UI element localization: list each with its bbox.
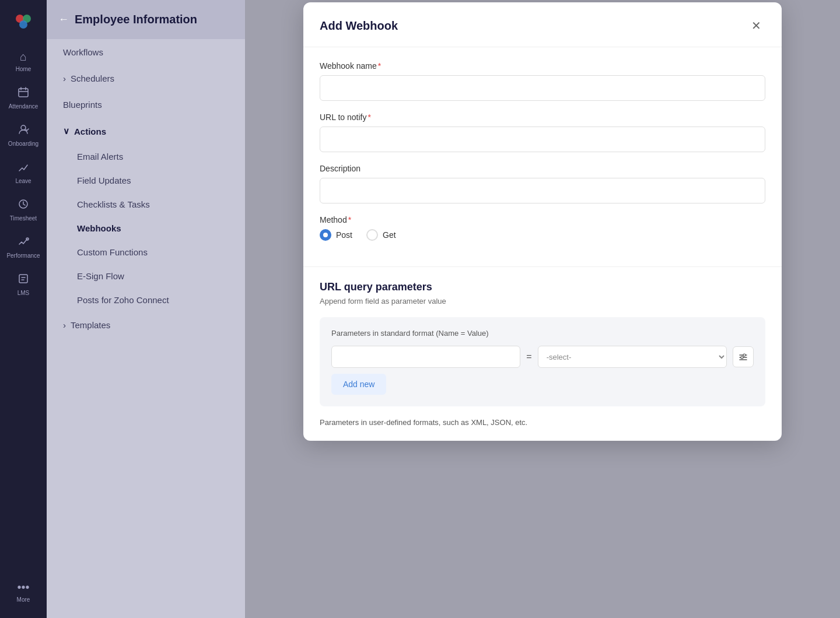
nav-group-actions[interactable]: ∨ Actions <box>56 118 236 145</box>
sidebar-item-home[interactable]: ⌂ Home <box>2 44 44 78</box>
modal-close-button[interactable]: ✕ <box>747 16 765 35</box>
param-select[interactable]: -select- <box>538 346 727 368</box>
sidebar-item-home-label: Home <box>16 66 32 72</box>
description-input[interactable] <box>320 178 765 203</box>
nav-section: Workflows › Schedulers Blueprints ∨ Acti… <box>47 39 245 338</box>
description-label: Description <box>320 164 765 173</box>
sidebar-item-more[interactable]: ••• More <box>2 575 44 609</box>
more-icon: ••• <box>17 581 29 594</box>
nav-sub-link-posts-zoho[interactable]: Posts for Zoho Connect <box>70 288 236 312</box>
back-button[interactable]: ← <box>58 13 69 26</box>
svg-rect-3 <box>19 89 28 97</box>
modal-overlay: Add Webhook ✕ Webhook name* URL to notif… <box>245 0 840 618</box>
nav-group-templates-label: Templates <box>71 320 110 330</box>
svg-point-2 <box>19 20 27 29</box>
required-star-url: * <box>368 113 370 122</box>
radio-get[interactable]: Get <box>366 229 396 241</box>
nav-group-schedulers[interactable]: › Schedulers <box>56 65 236 92</box>
sidebar-item-attendance-label: Attendance <box>9 103 38 110</box>
sidebar-item-onboarding[interactable]: Onboarding <box>2 118 44 153</box>
url-params-section: URL query parameters Append form field a… <box>303 267 782 441</box>
param-settings-button[interactable] <box>733 346 754 367</box>
performance-icon <box>18 236 29 250</box>
url-notify-field: URL to notify* <box>320 113 765 152</box>
sidebar-item-performance[interactable]: Performance <box>2 230 44 265</box>
param-name-input[interactable] <box>331 346 520 368</box>
add-webhook-modal: Add Webhook ✕ Webhook name* URL to notif… <box>303 2 782 441</box>
chevron-down-icon: ∨ <box>63 126 69 136</box>
nav-sub-link-e-sign-flow[interactable]: E-Sign Flow <box>70 264 236 288</box>
required-star-name: * <box>378 61 381 71</box>
form-section-basic: Webhook name* URL to notify* Description <box>303 47 782 267</box>
timesheet-icon <box>18 198 29 213</box>
nav-sub-link-custom-functions[interactable]: Custom Functions <box>70 240 236 264</box>
lms-icon <box>18 273 29 287</box>
nav-sub-items-actions: Email Alerts Field Updates Checklists & … <box>56 145 236 312</box>
home-icon: ⌂ <box>20 50 27 64</box>
method-label: Method* <box>320 215 765 224</box>
nav-sub-link-field-updates[interactable]: Field Updates <box>70 168 236 192</box>
description-field: Description <box>320 164 765 203</box>
params-box: Parameters in standard format (Name = Va… <box>320 317 765 406</box>
nav-group-actions-label: Actions <box>74 127 106 136</box>
radio-post-label: Post <box>336 230 352 240</box>
sidebar-item-timesheet[interactable]: Timesheet <box>2 192 44 227</box>
modal-title: Add Webhook <box>320 19 398 33</box>
nav-group-schedulers-label: Schedulers <box>71 73 114 83</box>
svg-point-17 <box>741 356 743 359</box>
onboarding-icon <box>18 124 29 138</box>
leave-icon <box>18 161 29 175</box>
logo <box>10 9 36 35</box>
svg-point-7 <box>21 125 26 130</box>
sidebar-item-more-label: More <box>17 596 30 603</box>
svg-rect-10 <box>19 275 27 283</box>
attendance-icon <box>18 86 29 101</box>
sidebar-item-lms[interactable]: LMS <box>2 267 44 302</box>
radio-get-label: Get <box>383 230 396 240</box>
webhook-name-field: Webhook name* <box>320 61 765 101</box>
nav-group-templates[interactable]: › Templates <box>56 312 236 338</box>
nav-sub-link-checklists-tasks[interactable]: Checklists & Tasks <box>70 192 236 216</box>
param-row: = -select- <box>331 346 754 368</box>
sidebar-item-leave-label: Leave <box>15 178 31 184</box>
chevron-right-icon-templates: › <box>63 320 66 330</box>
sidebar-item-lms-label: LMS <box>18 290 30 296</box>
add-new-button[interactable]: Add new <box>331 374 386 395</box>
url-params-title: URL query parameters <box>320 281 765 293</box>
radio-post[interactable]: Post <box>320 229 352 241</box>
sidebar-item-timesheet-label: Timesheet <box>10 215 37 222</box>
webhook-name-label: Webhook name* <box>320 61 765 71</box>
nav-link-blueprints[interactable]: Blueprints <box>56 92 236 118</box>
params-box-title: Parameters in standard format (Name = Va… <box>331 329 754 338</box>
sidebar-item-leave[interactable]: Leave <box>2 155 44 190</box>
sidebar-item-performance-label: Performance <box>6 252 40 259</box>
params-footer-text: Parameters in user-defined formats, such… <box>320 418 765 427</box>
nav-sidebar-title: Employee Information <box>75 13 197 26</box>
chevron-right-icon: › <box>63 73 66 83</box>
method-field: Method* Post Get <box>320 215 765 241</box>
modal-header: Add Webhook ✕ <box>303 2 782 47</box>
nav-sidebar-header: ← Employee Information <box>47 0 245 39</box>
url-params-subtitle: Append form field as parameter value <box>320 297 765 306</box>
url-notify-input[interactable] <box>320 127 765 152</box>
svg-point-16 <box>743 354 746 356</box>
nav-sub-link-webhooks[interactable]: Webhooks <box>70 216 236 240</box>
webhook-name-input[interactable] <box>320 75 765 101</box>
equals-sign: = <box>526 352 531 362</box>
main-area: Add Webhook ✕ Webhook name* URL to notif… <box>245 0 840 618</box>
radio-get-circle <box>366 229 378 241</box>
nav-link-workflows[interactable]: Workflows <box>56 39 236 65</box>
sidebar-item-attendance[interactable]: Attendance <box>2 80 44 115</box>
nav-sub-link-email-alerts[interactable]: Email Alerts <box>70 145 236 168</box>
radio-post-circle <box>320 229 331 241</box>
nav-sidebar: ← Employee Information Workflows › Sched… <box>47 0 245 618</box>
method-row: Post Get <box>320 229 765 241</box>
icon-sidebar: ⌂ Home Attendance Onboarding <box>0 0 47 618</box>
sidebar-item-onboarding-label: Onboarding <box>8 141 38 147</box>
required-star-method: * <box>348 215 351 224</box>
url-notify-label: URL to notify* <box>320 113 765 122</box>
